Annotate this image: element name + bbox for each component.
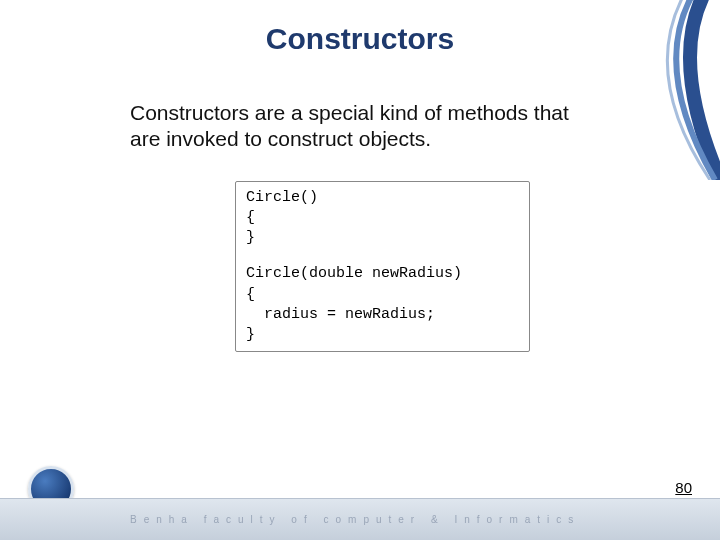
footer-bar: Benha faculty of computer & Informatics bbox=[0, 498, 720, 540]
code-block-2: Circle(double newRadius) { radius = newR… bbox=[246, 264, 519, 345]
code-box: Circle() { } Circle(double newRadius) { … bbox=[235, 181, 530, 353]
body-text: Constructors are a special kind of metho… bbox=[130, 100, 600, 153]
page-number: 80 bbox=[675, 479, 692, 496]
footer-text: Benha faculty of computer & Informatics bbox=[130, 514, 580, 525]
slide-title: Constructors bbox=[0, 0, 720, 56]
code-block-1: Circle() { } bbox=[246, 188, 519, 249]
